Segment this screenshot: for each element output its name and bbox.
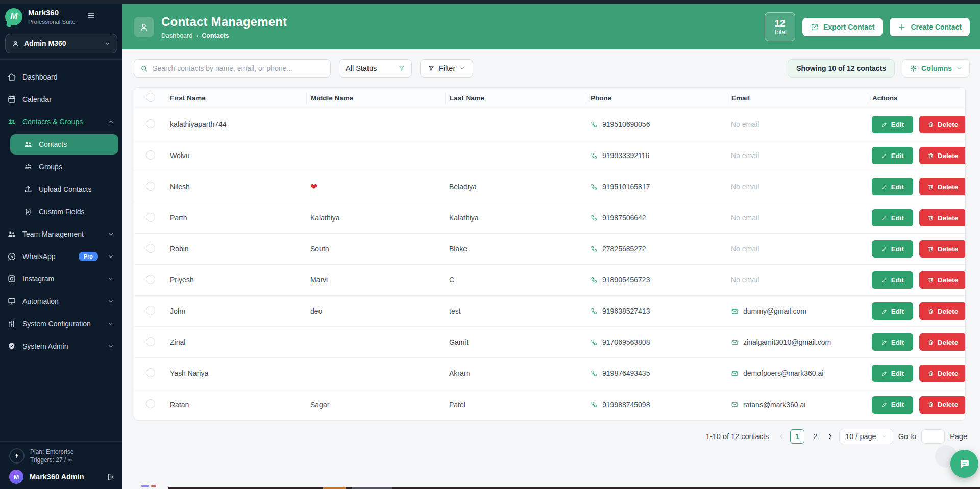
next-page-icon[interactable] xyxy=(827,433,834,440)
cell-middle-name: Kalathiya xyxy=(306,214,445,222)
edit-button[interactable]: Edit xyxy=(872,271,913,289)
cell-middle-name: Sagar xyxy=(306,401,445,409)
pencil-icon xyxy=(881,308,888,315)
delete-button[interactable]: Delete xyxy=(919,116,966,133)
brand-name: Mark360 xyxy=(28,8,76,18)
pencil-icon xyxy=(881,401,888,408)
trash-icon xyxy=(927,401,934,408)
breadcrumb-dashboard[interactable]: Dashboard xyxy=(161,32,192,39)
edit-button[interactable]: Edit xyxy=(872,116,913,133)
sidebar-item-contacts[interactable]: Contacts xyxy=(10,134,118,155)
row-checkbox[interactable] xyxy=(146,306,155,315)
table-row: Priyesh Marvi C 918905456723 No email Ed… xyxy=(134,265,965,296)
table-row: John deo test 919638527413 dummy@gmail.c… xyxy=(134,296,965,327)
cell-email: No email xyxy=(727,120,868,128)
sidebar-item-automation[interactable]: Automation xyxy=(0,290,122,313)
page-size-select[interactable]: 10 / page xyxy=(839,429,893,444)
chevron-down-icon xyxy=(459,65,465,71)
goto-page-input[interactable] xyxy=(921,429,945,444)
sidebar-item-dashboard[interactable]: Dashboard xyxy=(0,66,122,88)
row-checkbox[interactable] xyxy=(146,244,155,253)
row-checkbox[interactable] xyxy=(146,275,155,284)
row-checkbox[interactable] xyxy=(146,182,155,191)
search-input[interactable] xyxy=(153,64,324,72)
phone-icon xyxy=(590,401,598,408)
sidebar-item-label: System Admin xyxy=(22,342,68,350)
row-checkbox[interactable] xyxy=(146,399,155,408)
sidebar-item-calendar[interactable]: Calendar xyxy=(0,88,122,111)
row-checkbox[interactable] xyxy=(146,213,155,222)
row-checkbox[interactable] xyxy=(146,337,155,346)
previous-page-icon[interactable] xyxy=(778,433,785,440)
table-row: Parth Kalathiya Kalathiya 91987506642 No… xyxy=(134,202,965,234)
status-filter-select[interactable]: All Status xyxy=(339,59,412,78)
sidebar-item-system-configuration[interactable]: System Configuration xyxy=(0,313,122,335)
row-checkbox[interactable] xyxy=(146,368,155,377)
pro-badge: Pro xyxy=(79,252,98,261)
admin-selector[interactable]: Admin M360 xyxy=(5,34,117,53)
create-contact-button[interactable]: Create Contact xyxy=(890,18,970,36)
delete-button[interactable]: Delete xyxy=(919,271,966,289)
cell-first-name: kalathiyaparth744 xyxy=(166,120,306,128)
delete-button[interactable]: Delete xyxy=(919,240,966,258)
cell-actions: Edit Delete xyxy=(868,209,966,226)
column-header-email: Email xyxy=(727,93,868,104)
edit-button[interactable]: Edit xyxy=(872,396,913,414)
cell-first-name: Wolvu xyxy=(166,151,306,160)
cell-actions: Edit Delete xyxy=(868,365,966,382)
columns-button[interactable]: Columns xyxy=(902,59,970,78)
plan-label: Plan: Enterprise xyxy=(30,448,74,456)
sidebar-item-instagram[interactable]: Instagram xyxy=(0,268,122,290)
sidebar-nav: Dashboard Calendar Contacts & Groups Con… xyxy=(0,59,122,441)
sidebar-item-system-admin[interactable]: System Admin xyxy=(0,335,122,357)
cell-middle-name: deo xyxy=(306,307,445,315)
sidebar-item-label: Team Management xyxy=(22,230,84,238)
page-number-2[interactable]: 2 xyxy=(808,429,822,444)
sidebar-item-contacts-groups[interactable]: Contacts & Groups xyxy=(0,111,122,133)
delete-button[interactable]: Delete xyxy=(919,178,966,195)
edit-button[interactable]: Edit xyxy=(872,302,913,320)
cell-last-name: Kalathiya xyxy=(445,214,586,222)
sidebar-item-groups[interactable]: Groups xyxy=(0,156,122,178)
row-checkbox[interactable] xyxy=(146,150,155,160)
trash-icon xyxy=(927,370,934,377)
showing-count-badge: Showing 10 of 12 contacts xyxy=(788,59,895,78)
page-number-1[interactable]: 1 xyxy=(790,429,804,444)
filter-button[interactable]: Filter xyxy=(420,59,473,78)
edit-button[interactable]: Edit xyxy=(872,365,913,382)
sidebar-item-team-management[interactable]: Team Management xyxy=(0,223,122,245)
chat-fab-button[interactable] xyxy=(950,450,978,478)
edit-button[interactable]: Edit xyxy=(872,240,913,258)
brand-subtitle: Professional Suite xyxy=(28,19,76,25)
main-content: Contact Management Dashboard › Contacts … xyxy=(122,4,980,489)
export-contact-button[interactable]: Export Contact xyxy=(802,18,883,36)
trash-icon xyxy=(927,215,934,221)
automation-icon xyxy=(7,297,16,306)
sidebar-item-whatsapp[interactable]: WhatsApp Pro xyxy=(0,245,122,268)
delete-button[interactable]: Delete xyxy=(919,147,966,164)
delete-button[interactable]: Delete xyxy=(919,333,966,351)
hamburger-menu-icon[interactable] xyxy=(87,11,95,20)
window-top-strip xyxy=(0,0,980,4)
table-row: kalathiyaparth744 919510690056 No email … xyxy=(134,109,965,140)
cell-first-name: John xyxy=(166,307,306,315)
delete-button[interactable]: Delete xyxy=(919,396,966,414)
cell-email: No email xyxy=(727,183,868,191)
phone-icon xyxy=(590,214,598,222)
cell-last-name: Blake xyxy=(445,245,586,253)
custom-fields-icon xyxy=(23,207,33,216)
select-all-checkbox[interactable] xyxy=(146,93,155,102)
edit-button[interactable]: Edit xyxy=(872,333,913,351)
delete-button[interactable]: Delete xyxy=(919,302,966,320)
edit-button[interactable]: Edit xyxy=(872,178,913,195)
row-checkbox[interactable] xyxy=(146,119,155,128)
logout-icon[interactable] xyxy=(107,473,115,481)
sidebar-item-custom-fields[interactable]: Custom Fields xyxy=(0,200,122,223)
delete-button[interactable]: Delete xyxy=(919,365,966,382)
delete-button[interactable]: Delete xyxy=(919,209,966,226)
edit-button[interactable]: Edit xyxy=(872,147,913,164)
breadcrumb-separator: › xyxy=(196,32,198,39)
sidebar-item-upload-contacts[interactable]: Upload Contacts xyxy=(0,178,122,200)
edit-button[interactable]: Edit xyxy=(872,209,913,226)
cell-phone: 918905456723 xyxy=(586,276,727,284)
